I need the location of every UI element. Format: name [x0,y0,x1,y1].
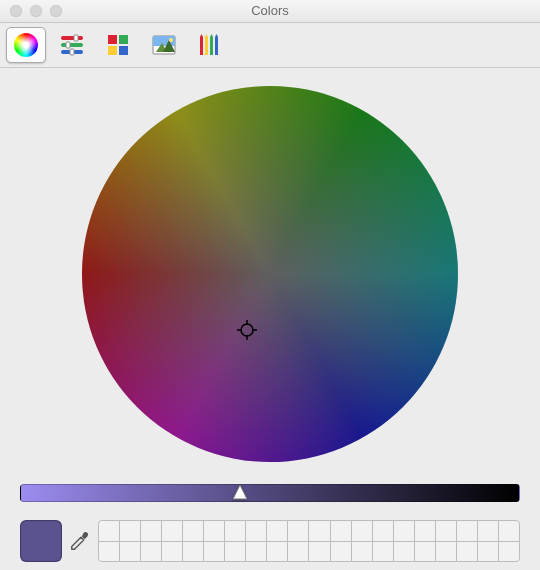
swatch-cell[interactable] [309,521,329,541]
swatch-cell[interactable] [499,521,519,541]
swatch-cell[interactable] [352,521,372,541]
brightness-slider-track [20,484,520,502]
tab-color-palettes[interactable] [98,27,138,63]
swatch-cell[interactable] [352,542,372,562]
brightness-slider[interactable] [20,484,520,502]
minimize-window-button[interactable] [30,5,42,17]
swatch-cell[interactable] [99,521,119,541]
swatch-cell[interactable] [415,542,435,562]
swatch-cell[interactable] [225,542,245,562]
svg-rect-3 [74,35,78,41]
titlebar: Colors [0,0,540,23]
color-wheel-brightness-layer [82,86,458,462]
svg-rect-21 [215,37,218,55]
swatch-cell[interactable] [415,521,435,541]
content-area [0,68,540,570]
swatch-cell[interactable] [478,542,498,562]
close-window-button[interactable] [10,5,22,17]
swatch-cell[interactable] [288,542,308,562]
svg-rect-4 [66,42,70,48]
swatch-cell[interactable] [183,542,203,562]
svg-rect-6 [108,35,117,44]
swatch-row [20,520,520,562]
svg-rect-1 [61,43,83,47]
color-wheel[interactable] [82,86,458,462]
swatch-cell[interactable] [204,521,224,541]
tab-pencils[interactable] [190,27,230,63]
svg-rect-5 [70,49,74,55]
swatch-cell[interactable] [331,521,351,541]
sliders-icon [60,33,84,57]
swatch-cell[interactable] [373,521,393,541]
swatch-cell[interactable] [225,521,245,541]
svg-rect-7 [119,35,128,44]
svg-rect-8 [108,46,117,55]
svg-marker-20 [210,34,213,37]
swatch-cell[interactable] [499,542,519,562]
svg-rect-9 [119,46,128,55]
swatch-cell[interactable] [120,521,140,541]
svg-rect-0 [61,36,83,40]
swatch-cell[interactable] [478,521,498,541]
saved-swatches-grid[interactable] [98,520,520,562]
swatch-cell[interactable] [394,542,414,562]
swatch-cell[interactable] [309,542,329,562]
image-icon [152,33,176,57]
swatch-cell[interactable] [204,542,224,562]
swatch-cell[interactable] [457,521,477,541]
svg-rect-15 [200,37,203,55]
color-picker-window: { "title": "Colors", "tabs": [ {"id":"wh… [0,0,540,570]
swatch-cell[interactable] [436,521,456,541]
picker-mode-toolbar [0,23,540,68]
svg-point-14 [169,38,173,42]
swatch-cell[interactable] [331,542,351,562]
swatch-cell[interactable] [162,521,182,541]
eyedropper-icon [69,530,91,552]
swatch-cell[interactable] [267,542,287,562]
swatch-cell[interactable] [457,542,477,562]
window-controls [0,5,62,17]
tab-image-palettes[interactable] [144,27,184,63]
tab-color-wheel[interactable] [6,27,46,63]
swatch-cell[interactable] [288,521,308,541]
swatch-cell[interactable] [267,521,287,541]
swatch-cell[interactable] [120,542,140,562]
eyedropper-button[interactable] [68,529,92,553]
swatch-cell[interactable] [394,521,414,541]
swatch-cell[interactable] [436,542,456,562]
swatch-cell[interactable] [183,521,203,541]
swatch-cell[interactable] [162,542,182,562]
color-wheel-area [16,80,524,484]
svg-marker-18 [205,34,208,37]
svg-marker-22 [215,34,218,37]
swatch-cell[interactable] [141,521,161,541]
color-wheel-icon [14,33,38,57]
swatch-cell[interactable] [141,542,161,562]
svg-rect-17 [205,37,208,55]
swatch-cell[interactable] [246,521,266,541]
swatch-cell[interactable] [99,542,119,562]
tab-color-sliders[interactable] [52,27,92,63]
pencils-icon [198,33,222,57]
zoom-window-button[interactable] [50,5,62,17]
svg-marker-16 [200,34,203,37]
swatch-cell[interactable] [246,542,266,562]
swatch-cell[interactable] [373,542,393,562]
svg-rect-19 [210,37,213,55]
current-color-swatch[interactable] [20,520,62,562]
window-title: Colors [0,0,540,22]
palettes-icon [106,33,130,57]
